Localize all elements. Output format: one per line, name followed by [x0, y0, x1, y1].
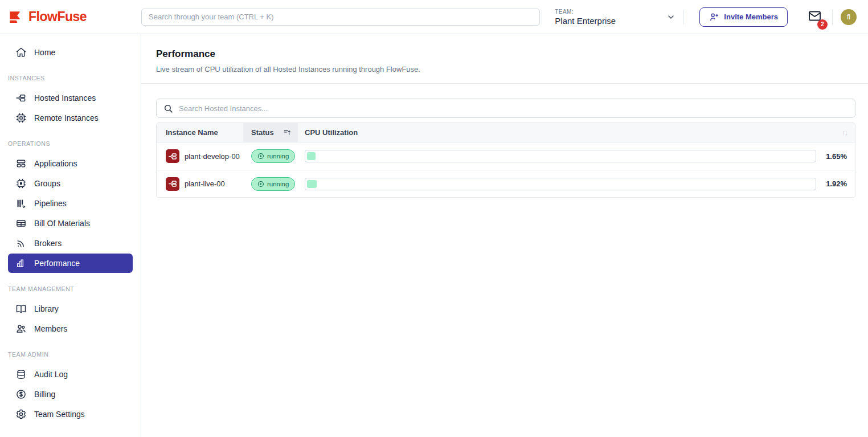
- arrows-up-down-icon[interactable]: ↑↓: [816, 123, 855, 142]
- sidebar-item-label: Performance: [34, 259, 80, 268]
- invite-members-button[interactable]: Invite Members: [699, 7, 788, 27]
- status-badge: running: [251, 177, 295, 191]
- sidebar-item-library[interactable]: Library: [8, 299, 133, 318]
- flowfuse-logo[interactable]: FlowFuse: [0, 9, 141, 24]
- brokers-icon: [15, 238, 27, 249]
- user-avatar[interactable]: fl: [841, 9, 857, 25]
- table-header: Instance Name Status CPU Utilization ↑↓: [157, 123, 855, 142]
- team-label: TEAM:: [555, 9, 616, 15]
- flowfuse-logo-text: FlowFuse: [28, 9, 87, 24]
- sidebar-section-team-management: TEAM MANAGEMENT: [0, 285, 141, 292]
- sidebar-item-label: Members: [34, 324, 67, 333]
- chevron-down-icon: [666, 13, 675, 22]
- instances-table: Instance Name Status CPU Utilization ↑↓: [156, 122, 855, 198]
- team-settings-icon: [15, 409, 27, 420]
- sidebar-item-audit-log[interactable]: Audit Log: [8, 365, 133, 384]
- sidebar-item-label: Bill Of Materials: [34, 219, 90, 228]
- flowfuse-app: FlowFuse TEAM: Plant Enterprise: [0, 0, 868, 437]
- global-search: [141, 9, 540, 26]
- sidebar-item-remote-instances[interactable]: Remote Instances: [8, 108, 133, 128]
- team-name: Plant Enterprise: [555, 16, 616, 26]
- status-cell: running: [243, 177, 298, 191]
- cpu-percentage: 1.65%: [816, 152, 855, 161]
- header-divider: [683, 10, 684, 24]
- flowfuse-logo-icon: [8, 9, 23, 24]
- table-row[interactable]: plant-live-00 running: [157, 170, 855, 197]
- sidebar-item-label: Hosted Instances: [34, 93, 96, 103]
- hosted-instance-icon: [166, 149, 179, 163]
- remote-instances-icon: [15, 112, 27, 124]
- team-selector[interactable]: TEAM: Plant Enterprise: [555, 9, 675, 26]
- instance-name: plant-live-00: [185, 179, 225, 188]
- applications-icon: [15, 158, 27, 169]
- sidebar-item-label: Audit Log: [34, 370, 68, 379]
- library-icon: [15, 303, 27, 315]
- sidebar-section-instances: INSTANCES: [0, 75, 141, 81]
- cpu-bar-cell: [298, 178, 816, 190]
- header-divider: [542, 10, 542, 24]
- sidebar-item-hosted-instances[interactable]: Hosted Instances: [8, 88, 133, 108]
- sidebar-item-members[interactable]: Members: [8, 319, 133, 338]
- bars-arrow-up-icon: [283, 128, 292, 137]
- cpu-utilization-fill: [307, 180, 317, 188]
- sidebar-item-brokers[interactable]: Brokers: [8, 234, 133, 253]
- cpu-bar-cell: [298, 150, 816, 162]
- page-title: Performance: [156, 48, 853, 60]
- billing-icon: [15, 389, 27, 400]
- global-search-input[interactable]: [141, 9, 540, 26]
- sidebar-item-label: Billing: [34, 390, 55, 399]
- main-content: Performance Live stream of CPU utilizati…: [141, 34, 868, 437]
- cpu-utilization-fill: [307, 152, 316, 160]
- sidebar-item-label: Pipelines: [34, 199, 67, 208]
- sidebar-item-label: Team Settings: [34, 410, 85, 419]
- table-row[interactable]: plant-develop-00 running: [157, 142, 855, 170]
- hosted-instance-icon: [166, 177, 179, 191]
- cpu-percentage: 1.92%: [816, 179, 855, 188]
- sidebar-item-pipelines[interactable]: Pipelines: [8, 194, 133, 213]
- sidebar-section-team-admin: TEAM ADMIN: [0, 351, 141, 358]
- play-circle-icon: [257, 153, 264, 160]
- sidebar-item-home[interactable]: Home: [8, 43, 133, 62]
- play-circle-icon: [257, 181, 264, 187]
- header-divider: [832, 10, 833, 24]
- instance-name: plant-develop-00: [185, 152, 240, 161]
- sidebar-item-label: Remote Instances: [34, 113, 99, 122]
- audit-log-icon: [15, 369, 27, 380]
- sidebar-item-label: Brokers: [34, 239, 62, 248]
- sidebar-item-billing[interactable]: Billing: [8, 385, 133, 404]
- performance-icon: [15, 258, 27, 269]
- column-status[interactable]: Status: [243, 123, 298, 142]
- search-icon: [163, 104, 173, 113]
- sidebar-item-label: Groups: [34, 179, 60, 188]
- status-cell: running: [243, 149, 298, 163]
- cpu-utilization-bar: [305, 178, 816, 190]
- groups-icon: [15, 178, 27, 189]
- pipelines-icon: [15, 198, 27, 209]
- members-icon: [15, 323, 27, 334]
- status-badge: running: [251, 149, 295, 163]
- sidebar-item-team-settings[interactable]: Team Settings: [8, 405, 133, 424]
- cpu-utilization-bar: [305, 150, 816, 162]
- page-subtitle: Live stream of CPU utilization of all Ho…: [156, 65, 853, 73]
- sidebar-item-label: Applications: [34, 159, 77, 168]
- hosted-instances-icon: [15, 92, 27, 104]
- sidebar-item-label: Library: [34, 304, 59, 313]
- invite-members-label: Invite Members: [724, 13, 778, 21]
- instance-name-cell: plant-develop-00: [157, 149, 243, 163]
- sidebar: Home INSTANCES Hosted Instances Remote I…: [0, 34, 141, 437]
- sidebar-item-applications[interactable]: Applications: [8, 154, 133, 173]
- notification-badge: 2: [817, 19, 828, 30]
- top-header: FlowFuse TEAM: Plant Enterprise: [0, 0, 868, 34]
- sidebar-item-performance[interactable]: Performance: [8, 254, 133, 273]
- column-cpu-utilization[interactable]: CPU Utilization: [298, 123, 816, 142]
- sidebar-item-groups[interactable]: Groups: [8, 174, 133, 193]
- user-plus-icon: [709, 12, 719, 22]
- sidebar-item-label: Home: [34, 48, 55, 57]
- home-icon: [15, 47, 27, 58]
- notifications-button[interactable]: 2: [807, 9, 822, 25]
- instance-name-cell: plant-live-00: [157, 177, 243, 191]
- sidebar-section-operations: OPERATIONS: [0, 140, 141, 147]
- column-instance-name[interactable]: Instance Name: [157, 123, 243, 142]
- sidebar-item-bill-of-materials[interactable]: Bill Of Materials: [8, 214, 133, 233]
- instance-search-input[interactable]: [179, 104, 848, 113]
